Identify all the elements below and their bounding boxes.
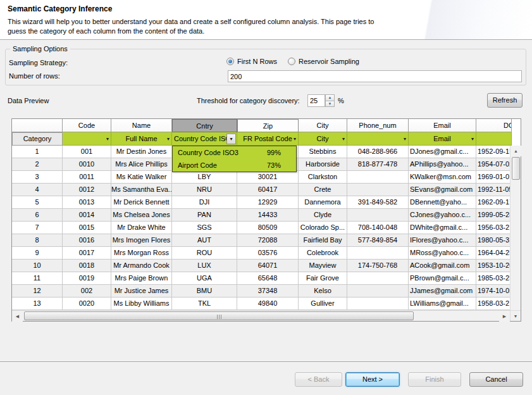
scroll-right-icon[interactable]: ▶ [499, 311, 510, 322]
table-row[interactable]: 50013Mr Derick BennettDJI12929Dannemora3… [12, 196, 521, 209]
data-cell[interactable]: Mr Drake White [111, 222, 172, 234]
data-cell[interactable]: DBennett@yaho... [409, 196, 476, 209]
data-cell[interactable]: Mayview [299, 260, 347, 272]
row-number-cell[interactable]: 11 [12, 272, 63, 285]
data-cell[interactable]: Mr Justice James [111, 285, 172, 298]
data-cell[interactable]: 1962-09-17 [476, 196, 512, 209]
data-cell[interactable]: 64071 [237, 260, 299, 272]
refresh-button[interactable]: Refresh [487, 93, 523, 108]
data-cell[interactable]: 65648 [237, 272, 299, 285]
data-cell[interactable]: Fair Grove [299, 272, 347, 285]
row-number-cell[interactable]: 7 [12, 222, 63, 234]
data-cell[interactable]: 1999-05-28 [476, 209, 512, 222]
spinner-up-icon[interactable]: ▲ [325, 94, 335, 101]
vertical-scrollbar-thumb[interactable] [512, 157, 520, 180]
row-number-cell[interactable]: 1 [12, 146, 63, 158]
table-row[interactable]: 40012Ms Samantha Eva...NRU60417CreteSEva… [12, 184, 521, 196]
category-select-cntry[interactable]: Country Code ISO3▾ [172, 132, 237, 146]
data-cell[interactable]: Ms Libby Williams [111, 298, 172, 310]
dropdown-item-airport-code[interactable]: Airport Code73% [173, 159, 296, 172]
table-row[interactable]: 130020Ms Libby WilliamsTKL49840GulliverL… [12, 298, 521, 310]
data-cell[interactable]: 002 [63, 285, 111, 298]
data-cell[interactable]: Stebbins [299, 146, 347, 158]
data-cell[interactable]: CJones@yahoo.c... [409, 209, 476, 222]
data-cell[interactable]: 048-288-966 [347, 146, 409, 158]
data-cell[interactable]: 174-750-768 [347, 260, 409, 272]
back-button[interactable]: < Back [295, 372, 342, 387]
row-number-cell[interactable]: 6 [12, 209, 63, 222]
data-cell[interactable]: 0011 [63, 171, 111, 184]
number-of-rows-input[interactable] [228, 70, 522, 82]
data-cell[interactable]: Mr Armando Cook [111, 260, 172, 272]
data-cell[interactable] [347, 272, 409, 285]
data-cell[interactable]: 0020 [63, 298, 111, 310]
data-cell[interactable]: DWhite@gmail.c... [409, 222, 476, 234]
data-cell[interactable]: MRoss@yahoo.c... [409, 247, 476, 260]
data-cell[interactable]: PAN [172, 209, 237, 222]
data-cell[interactable]: Clarkston [299, 171, 347, 184]
scroll-down-icon[interactable]: ▼ [510, 310, 521, 321]
data-cell[interactable]: LBY [172, 171, 237, 184]
data-cell[interactable]: 1985-03-25 [476, 272, 512, 285]
table-row[interactable]: 60014Ms Chelsea JonesPAN14433ClydeCJones… [12, 209, 521, 222]
data-cell[interactable]: SEvans@gmail.com [409, 184, 476, 196]
column-header-name[interactable]: Name [111, 119, 172, 132]
next-button[interactable]: Next > [345, 372, 400, 387]
data-cell[interactable]: 12929 [237, 196, 299, 209]
table-row[interactable]: 110019Mrs Paige BrownUGA65648Fair GroveP… [12, 272, 521, 285]
category-select-email[interactable]: Email▾ [409, 132, 476, 146]
data-cell[interactable]: 0012 [63, 184, 111, 196]
column-header-code[interactable]: Code [63, 119, 111, 132]
horizontal-scrollbar[interactable]: ◀ ▶ [12, 310, 510, 321]
column-header-email[interactable]: Email [409, 119, 476, 132]
category-select-zip[interactable]: FR Postal Code▾ [237, 132, 299, 146]
threshold-spinner-input[interactable] [307, 94, 325, 107]
data-cell[interactable]: DJones@gmail.c... [409, 146, 476, 158]
data-cell[interactable]: 0019 [63, 272, 111, 285]
data-cell[interactable]: PBrown@gmail.c... [409, 272, 476, 285]
row-number-cell[interactable]: 10 [12, 260, 63, 272]
data-cell[interactable]: TKL [172, 298, 237, 310]
table-row[interactable]: 30011Ms Katie WalkerLBY30021ClarkstonKWa… [12, 171, 521, 184]
table-row[interactable]: 70015Mr Drake WhiteSGS80509Colorado Sp..… [12, 222, 521, 234]
data-cell[interactable]: 49840 [237, 298, 299, 310]
first-n-rows-radio[interactable]: First N Rows [226, 58, 277, 65]
data-cell[interactable]: ROU [172, 247, 237, 260]
spinner-down-icon[interactable]: ▼ [325, 101, 335, 108]
data-cell[interactable] [347, 209, 409, 222]
data-cell[interactable]: Colorado Sp... [299, 222, 347, 234]
data-cell[interactable]: 0010 [63, 158, 111, 171]
data-cell[interactable]: 80509 [237, 222, 299, 234]
data-cell[interactable]: 1980-05-31 [476, 234, 512, 247]
data-cell[interactable]: 72088 [237, 234, 299, 247]
vertical-scrollbar[interactable]: ▲ [510, 146, 521, 310]
scroll-up-icon[interactable]: ▲ [510, 146, 521, 156]
data-cell[interactable]: 1992-11-05 [476, 184, 512, 196]
column-header-dob[interactable]: DOB [476, 119, 512, 132]
column-header-phone_num[interactable]: Phone_num [347, 119, 409, 132]
category-select-name[interactable]: Full Name▾ [111, 132, 172, 146]
data-cell[interactable] [347, 298, 409, 310]
row-number-cell[interactable]: 4 [12, 184, 63, 196]
data-cell[interactable] [347, 184, 409, 196]
data-cell[interactable]: Fairfield Bay [299, 234, 347, 247]
data-cell[interactable]: LUX [172, 260, 237, 272]
data-cell[interactable]: Mr Destin Jones [111, 146, 172, 158]
data-cell[interactable]: SGS [172, 222, 237, 234]
row-number-cell[interactable]: 12 [12, 285, 63, 298]
data-cell[interactable]: 1974-10-05 [476, 285, 512, 298]
data-cell[interactable]: 1954-07-02 [476, 158, 512, 171]
data-cell[interactable]: Gulliver [299, 298, 347, 310]
data-cell[interactable]: Harborside [299, 158, 347, 171]
data-cell[interactable]: LWilliams@gmail... [409, 298, 476, 310]
category-select-dob[interactable] [476, 132, 512, 146]
combo-dropdown-button[interactable]: ▾ [226, 134, 236, 144]
data-cell[interactable]: NRU [172, 184, 237, 196]
data-cell[interactable]: 0013 [63, 196, 111, 209]
data-cell[interactable]: AUT [172, 234, 237, 247]
column-header-cntry[interactable]: Cntry [172, 119, 237, 132]
table-row[interactable]: 12002Mr Justice JamesBMU37348KelsoJJames… [12, 285, 521, 298]
reservoir-sampling-radio[interactable]: Reservoir Sampling [288, 58, 359, 65]
data-cell[interactable]: APhillips@yahoo... [409, 158, 476, 171]
data-cell[interactable]: Ms Katie Walker [111, 171, 172, 184]
